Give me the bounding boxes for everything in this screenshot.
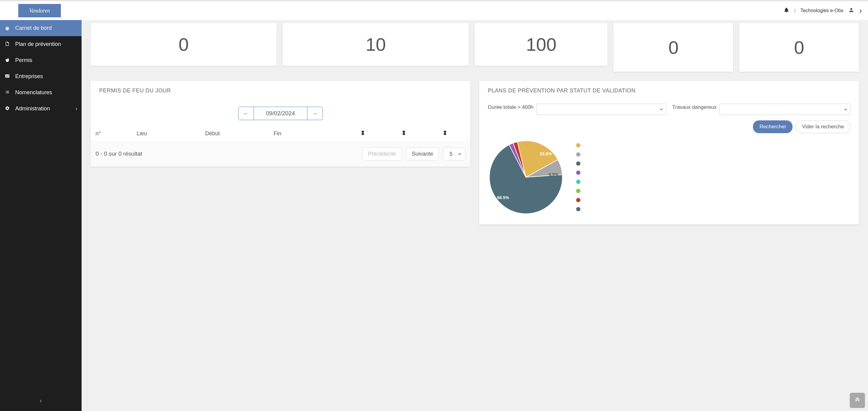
filter-label: Travaux dangereux [672,104,717,111]
filter-label: Durée totale > 400h [488,104,533,111]
sidebar-item-label: Carnet de bord [15,25,52,31]
legend-dot[interactable] [576,180,580,184]
plans-panel: PLANS DE PRÉVENTION PAR STATUT DE VALIDA… [479,81,859,224]
sidebar-item-carnet[interactable]: ◉ Carnet de bord [0,20,82,36]
pie-label: 20.8% [539,151,552,156]
col-hourglass-1 [342,130,383,137]
col-debut: Début [205,130,274,137]
stat-card-5: 0 [739,23,859,72]
stat-value: 10 [366,34,386,55]
stat-card-1: 0 [91,23,277,66]
stat-value: 100 [526,34,556,55]
list-icon [4,90,10,96]
col-lieu: Lieu [137,130,205,137]
stats-row: 0 10 100 0 0 [91,23,859,72]
sidebar-item-entreprises[interactable]: Entreprises [0,68,82,84]
col-fin: Fin [274,130,342,137]
filters: Durée totale > 400h Travaux dangereux [479,101,859,115]
stat-card-3: 100 [475,23,608,66]
scroll-top-button[interactable] [850,393,865,408]
stat-value: 0 [668,37,678,58]
app-logo: Vandoren [18,4,61,17]
date-prev-button[interactable]: ← [239,107,254,120]
filter-duree: Durée totale > 400h [488,104,666,115]
chart-legend [576,143,580,211]
legend-dot[interactable] [576,207,580,211]
prev-page-button[interactable]: Précédente [362,147,402,161]
bell-icon[interactable] [783,7,789,14]
legend-dot[interactable] [576,198,580,202]
pie-label: 6.9% [549,172,558,177]
divider: | [794,8,796,13]
sidebar-item-label: Plan de prévention [15,41,61,47]
filter-buttons: Rechercher Vider la recherche [479,115,859,136]
panel-title: PLANS DE PRÉVENTION PAR STATUT DE VALIDA… [479,81,859,101]
date-navigator: ← 09/02/2024 → [91,101,470,126]
chevron-right-icon[interactable]: › [859,6,862,15]
panel-title: PERMIS DE FEU DU JOUR [91,81,470,101]
gear-icon [4,106,10,112]
pie-label: 68.5% [497,195,509,200]
stat-card-4: 0 [614,23,733,72]
legend-dot[interactable] [576,143,580,147]
dashboard-icon: ◉ [4,25,10,31]
document-icon [4,41,10,47]
next-page-button[interactable]: Suivante [406,147,439,161]
col-num: n° [96,130,137,137]
filter-travaux: Travaux dangereux [672,104,851,115]
fire-icon [4,58,10,64]
sidebar-collapse[interactable]: ‹ [39,397,42,405]
sidebar-item-admin[interactable]: Administration › [0,101,82,117]
col-hourglass-3 [424,130,465,137]
filter-duree-select[interactable] [536,104,666,115]
sidebar-item-permis[interactable]: Permis [0,52,82,68]
sidebar-item-plan[interactable]: Plan de prévention [0,36,82,52]
topbar: Vandoren | Technologies e-Obs › [0,0,868,20]
sidebar-item-label: Permis [15,57,32,64]
filter-travaux-select[interactable] [719,104,850,115]
page-size-select[interactable]: 5 [443,148,465,161]
chart-area: 20.8% 6.9% 68.5% [479,136,859,224]
sidebar-item-nomenclatures[interactable]: Nomenclatures [0,84,82,101]
user-icon[interactable] [848,7,854,14]
table-footer: 0 - 0 sur 0 résultat Précédente Suivante… [91,141,470,167]
legend-dot[interactable] [576,162,580,166]
sidebar-item-label: Entreprises [15,73,43,80]
permis-panel: PERMIS DE FEU DU JOUR ← 09/02/2024 → n° … [91,81,470,167]
stat-card-2: 10 [283,23,469,66]
main-content: 0 10 100 0 0 PERMIS DE FEU DU JOUR ← 09/… [82,20,868,411]
sidebar: ◉ Carnet de bord Plan de prévention Perm… [0,20,82,411]
chevron-right-icon: › [75,105,77,112]
legend-dot[interactable] [576,152,580,157]
pie-chart: 20.8% 6.9% 68.5% [488,139,564,215]
user-label: Technologies e-Obs [800,8,843,13]
clear-search-button[interactable]: Vider la recherche [796,121,850,133]
topbar-right: | Technologies e-Obs › [783,6,862,15]
stat-value: 0 [794,37,804,58]
results-text: 0 - 0 sur 0 résultat [96,150,358,158]
table-header: n° Lieu Début Fin [91,126,470,141]
legend-dot[interactable] [576,189,580,193]
search-button[interactable]: Rechercher [753,121,793,133]
id-card-icon [4,74,10,80]
sidebar-item-label: Nomenclatures [15,90,52,96]
date-next-button[interactable]: → [307,107,322,120]
date-value[interactable]: 09/02/2024 [254,107,307,120]
col-hourglass-2 [383,130,424,137]
stat-value: 0 [179,34,189,55]
sidebar-item-label: Administration [15,105,50,112]
legend-dot[interactable] [576,171,580,175]
